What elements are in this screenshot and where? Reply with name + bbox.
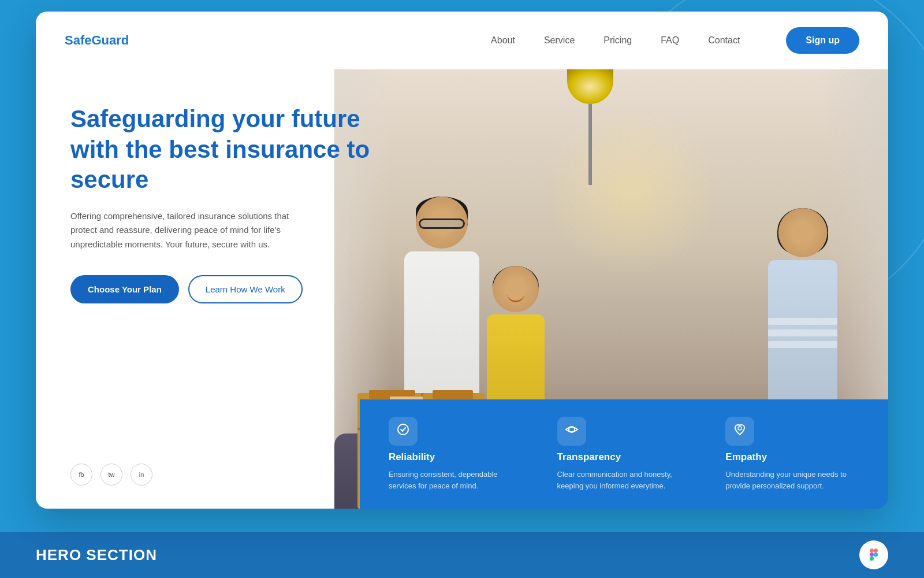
values-section: Reliability Ensuring consistent, dependa… (360, 399, 888, 509)
svg-point-2 (738, 427, 742, 430)
bottom-bar-label: HERO SECTION (36, 546, 157, 564)
main-card: SafeGuard About Service Pricing FAQ Cont… (36, 12, 888, 509)
empathy-title: Empathy (725, 451, 859, 463)
reliability-desc: Ensuring consistent, dependable services… (389, 469, 523, 491)
linkedin-icon[interactable]: in (131, 464, 152, 486)
value-reliability: Reliability Ensuring consistent, dependa… (389, 417, 523, 491)
transparency-title: Transparency (557, 451, 691, 463)
nav-links: About Service Pricing FAQ Contact (491, 35, 740, 46)
nav-item-faq[interactable]: FAQ (661, 35, 679, 46)
svg-point-0 (398, 424, 408, 435)
reliability-icon (396, 423, 410, 440)
empathy-desc: Understanding your unique needs to provi… (725, 469, 859, 491)
svg-rect-3 (870, 549, 874, 553)
svg-rect-5 (870, 553, 874, 557)
twitter-icon[interactable]: tw (100, 464, 122, 486)
transparency-icon (565, 423, 579, 440)
nav-link-about[interactable]: About (491, 35, 515, 45)
bottom-bar: HERO SECTION (0, 532, 924, 578)
svg-rect-7 (870, 557, 874, 561)
svg-rect-4 (874, 549, 878, 553)
navbar: SafeGuard About Service Pricing FAQ Cont… (36, 12, 888, 69)
box-flap-right (433, 390, 473, 399)
svg-point-8 (874, 553, 878, 557)
nav-link-service[interactable]: Service (544, 35, 575, 45)
reliability-icon-wrap (389, 417, 418, 446)
nav-link-faq[interactable]: FAQ (661, 35, 679, 45)
mom-body (768, 260, 837, 422)
lamp-shade (567, 69, 613, 104)
hero-buttons: Choose Your Plan Learn How We Work (70, 275, 390, 303)
nav-item-service[interactable]: Service (544, 35, 575, 46)
brand-logo[interactable]: SafeGuard (65, 33, 129, 48)
nav-item-about[interactable]: About (491, 35, 515, 46)
empathy-icon (733, 423, 747, 440)
nav-item-pricing[interactable]: Pricing (603, 35, 632, 46)
social-icons: fb tw in (70, 446, 390, 486)
hero-section: Safeguarding your future with the best i… (36, 69, 888, 509)
transparency-desc: Clear communication and honesty, keeping… (557, 469, 691, 491)
lamp-pole (588, 104, 592, 185)
signup-button[interactable]: Sign up (786, 27, 859, 54)
nav-link-contact[interactable]: Contact (708, 35, 740, 45)
mom-head (778, 208, 828, 257)
hero-title: Safeguarding your future with the best i… (70, 104, 390, 195)
lamp (567, 69, 613, 185)
facebook-icon[interactable]: fb (70, 464, 92, 486)
value-transparency: Transparency Clear communication and hon… (557, 417, 691, 491)
value-empathy: Empathy Understanding your unique needs … (725, 417, 859, 491)
transparency-icon-wrap (557, 417, 586, 446)
mom-stripes (768, 318, 837, 410)
choose-plan-button[interactable]: Choose Your Plan (70, 275, 179, 303)
hero-subtitle: Offering comprehensive, tailored insuran… (70, 209, 313, 252)
nav-link-pricing[interactable]: Pricing (603, 35, 632, 45)
figma-icon[interactable] (859, 540, 888, 569)
nav-item-contact[interactable]: Contact (708, 35, 740, 46)
learn-how-button[interactable]: Learn How We Work (188, 275, 303, 303)
empathy-icon-wrap (725, 417, 754, 446)
reliability-title: Reliability (389, 451, 523, 463)
